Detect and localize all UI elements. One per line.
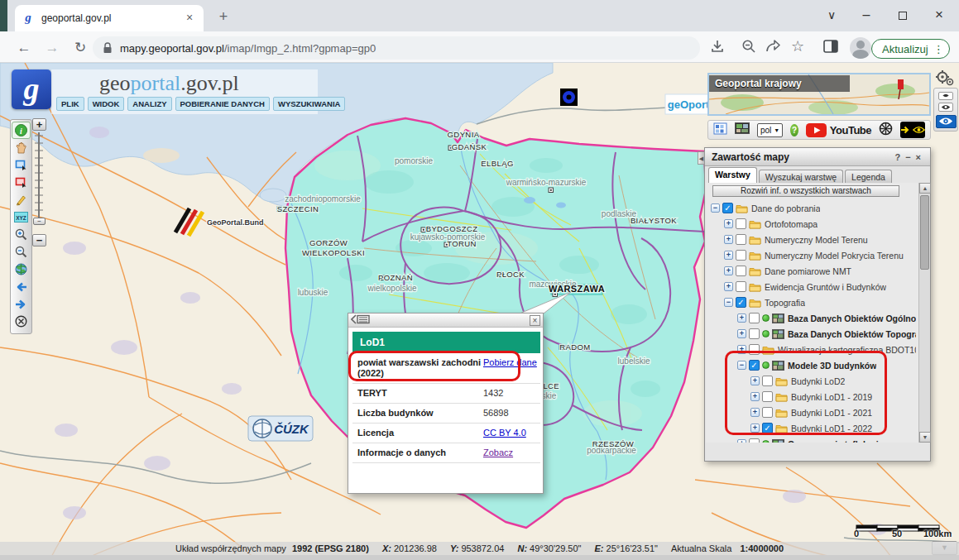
identify-tool-button[interactable]: i [12,122,31,139]
browser-tab[interactable]: g geoportal.gov.pl × [15,5,204,31]
clear-selection-button[interactable] [12,313,31,330]
layer-checkbox[interactable] [749,344,760,355]
vertical-scroll-thumb[interactable] [920,195,929,270]
select-rectangle-blue-button[interactable] [12,156,31,174]
expand-all-button[interactable]: Rozwiń inf. o wszystkich warstwach [712,185,899,197]
help-icon[interactable]: ? [790,124,798,136]
expand-toggle-icon[interactable]: + [724,235,733,244]
popup-link-cc-by-4-0[interactable]: CC BY 4.0 [483,428,537,438]
panel-help-icon[interactable]: ? [894,152,905,162]
accessibility-eye-large-button[interactable] [936,115,957,128]
chrome-update-button[interactable]: Aktualizuj ⋮ [871,39,950,59]
address-bar[interactable]: mapy.geoportal.gov.pl/imap/Imgp_2.html?g… [93,36,700,60]
tab-wyszukaj-warstw[interactable]: Wyszukaj warstwę [759,170,843,183]
layer-checkbox[interactable]: ✓ [749,360,760,371]
expand-toggle-icon[interactable]: + [750,424,760,433]
layer-checkbox[interactable] [736,281,746,292]
panel-close-icon[interactable]: × [916,152,926,162]
settings-wheel-icon[interactable] [879,122,893,139]
layer-tree-item-baza-danych-obiekt-w-og-lnogeog[interactable]: +Baza Danych Obiektów Ogólnogeog [707,310,916,326]
layer-checkbox[interactable] [736,234,746,245]
layer-tree-item-ortofotomapa[interactable]: +Ortofotomapa [707,216,916,232]
layer-checkbox[interactable] [749,438,760,443]
zoom-in-tool-button[interactable] [12,226,31,243]
new-tab-button[interactable]: + [213,7,233,26]
layer-checkbox[interactable] [749,313,760,323]
layer-tree-item-budynki-lod1-2022[interactable]: +✓Budynki LoD1 - 2022 [707,420,916,436]
expand-toggle-icon[interactable]: + [737,439,746,443]
language-select[interactable]: pol▼ [757,123,783,137]
expand-toggle-icon[interactable]: − [711,203,720,213]
overview-map[interactable]: Geoportal krajowy [707,73,931,116]
expand-toggle-icon[interactable]: + [724,266,733,275]
popup-close-icon[interactable]: × [530,315,540,326]
mosaic-icon[interactable] [713,122,727,138]
layer-tree-item-budynki-lod2[interactable]: +Budynki LoD2 [707,373,916,389]
layer-tree-item-opracowania-tyflologiczne[interactable]: +Opracowania tyflologiczne [707,436,916,443]
expand-toggle-icon[interactable]: + [737,329,746,338]
youtube-button[interactable]: YouTube [806,123,871,137]
zoom-out-tool-button[interactable] [12,243,31,261]
full-extent-globe-button[interactable] [12,261,31,278]
layer-tree-item-topografia[interactable]: −✓Topografia [707,294,916,310]
expand-toggle-icon[interactable]: + [724,251,733,260]
select-rectangle-red-button[interactable] [12,174,31,191]
maximize-button[interactable] [889,3,917,26]
layer-tree-item-baza-danych-obiekt-w-topograficzn[interactable]: +Baza Danych Obiektów Topograficzn [707,326,916,342]
measure-pencil-button[interactable] [12,191,31,208]
expand-toggle-icon[interactable]: − [737,361,746,370]
tools-gear-icon[interactable] [935,69,955,88]
zoom-slider-minus-button[interactable]: − [32,234,46,246]
layer-tree-item-wizualizacja-kartograficzna-bdot10k[interactable]: +Wizualizacja kartograficzna BDOT10k [707,342,916,357]
bookmark-star-icon[interactable]: ☆ [791,37,804,55]
previous-view-button[interactable] [12,278,31,295]
wms-service-icon[interactable] [735,122,750,137]
layer-checkbox[interactable] [762,407,773,418]
layer-checkbox[interactable]: ✓ [736,297,746,308]
expand-toggle-icon[interactable]: + [737,345,746,354]
layer-checkbox[interactable] [762,376,773,386]
layer-tree-item-numeryczny-model-pokrycia-terenu[interactable]: +Numeryczny Model Pokrycia Terenu [707,247,916,263]
panel-collapse-handle[interactable]: ◀ [698,151,705,165]
layer-checkbox[interactable] [736,218,746,229]
zoom-out-page-icon[interactable] [741,39,756,57]
expand-toggle-icon[interactable]: + [737,314,746,323]
share-icon[interactable] [765,39,781,57]
expand-toggle-icon[interactable]: + [750,392,760,401]
popup-link-pobierz-dane[interactable]: Pobierz dane [483,357,537,368]
contrast-toggle[interactable] [900,122,925,138]
forward-button[interactable]: → [41,37,63,59]
expand-toggle-icon[interactable]: − [724,298,733,307]
menu-analizy[interactable]: ANALIZY [127,97,171,111]
layer-tree-item-budynki-lod1-2019[interactable]: +Budynki LoD1 - 2019 [707,389,916,404]
tab-legenda[interactable]: Legenda [845,170,892,183]
expand-toggle-icon[interactable]: + [750,376,760,385]
expand-toggle-icon[interactable]: + [724,282,733,291]
layer-checkbox[interactable] [736,250,746,261]
popup-link-zobacz[interactable]: Zobacz [483,448,537,458]
zoom-slider-track[interactable] [32,132,46,218]
kebab-menu-icon[interactable]: ⋮ [933,43,944,55]
reload-button[interactable]: ↻ [70,37,91,59]
layer-checkbox[interactable]: ✓ [762,423,773,433]
menu-wyszukiwania[interactable]: WYSZUKIWANIA [273,97,345,111]
layer-tree-item-ewidencja-grunt-w-i-budynk-w[interactable]: +Ewidencja Gruntów i Budynków [707,279,916,294]
menu-pobieranie-danych[interactable]: POBIERANIE DANYCH [175,97,270,111]
minimize-button[interactable]: – [852,3,880,26]
popup-dock-icon[interactable] [351,313,371,328]
scroll-down-icon[interactable]: ▼ [919,432,931,443]
zoom-slider-handle[interactable]: − [33,218,46,225]
window-close-button[interactable]: × [925,3,953,26]
expand-toggle-icon[interactable]: + [724,219,733,228]
vertical-scrollbar[interactable]: ▲ ▼ [918,183,930,443]
panel-minimize-icon[interactable]: − [905,152,915,162]
side-panel-icon[interactable] [823,40,838,56]
layer-tree-item-numeryczny-model-terenu[interactable]: +Numeryczny Model Terenu [707,232,916,247]
tab-close-icon[interactable]: × [182,11,197,26]
layer-checkbox[interactable] [736,266,746,276]
accessibility-eye-medium-button[interactable] [938,103,953,112]
xyz-coordinates-button[interactable]: XYZ [12,208,31,226]
layer-tree-item-dane-do-pobrania[interactable]: −✓Dane do pobrania [707,200,916,216]
accessibility-eye-small-button[interactable] [938,92,953,100]
menu-widok[interactable]: WIDOK [88,97,125,111]
